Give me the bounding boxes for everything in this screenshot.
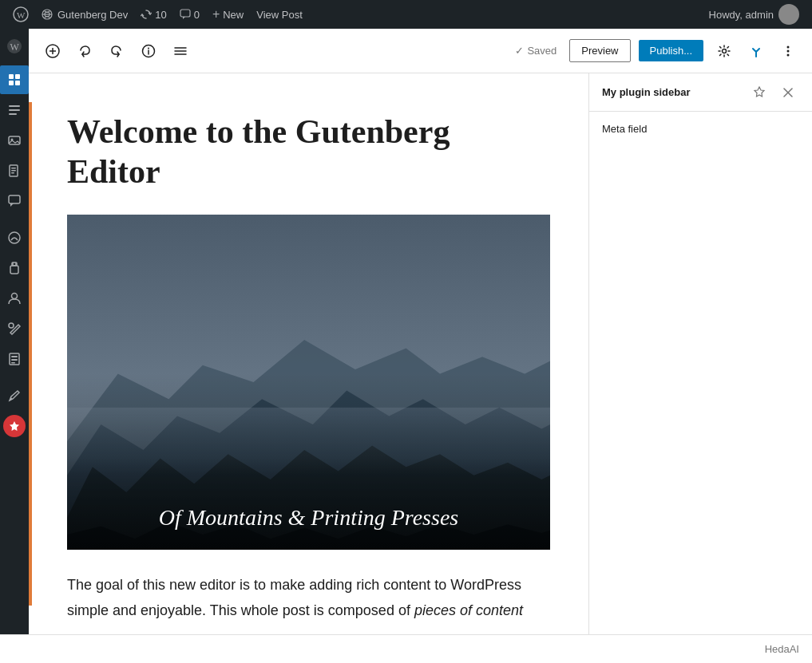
saved-status: ✓ Saved	[505, 45, 566, 57]
svg-rect-30	[11, 356, 18, 357]
sidebar-title: My plugin sidebar	[602, 86, 742, 98]
sidebar-item-highlight[interactable]	[3, 415, 26, 437]
svg-rect-11	[15, 81, 20, 85]
sidebar-item-users[interactable]	[0, 284, 29, 313]
admin-bar-right: Howdy, admin	[703, 4, 806, 25]
svg-point-27	[12, 294, 18, 299]
svg-rect-20	[11, 172, 14, 174]
preview-label: Preview	[581, 45, 618, 57]
view-post-item[interactable]: View Post	[250, 0, 309, 29]
admin-bar: W Gutenberg Dev 10	[0, 0, 812, 29]
new-label: New	[223, 9, 244, 21]
mountain-image: Of Mountains & Printing Presses	[67, 215, 550, 550]
sidebar-close-button[interactable]	[777, 81, 799, 104]
editor-toolbar: ✓ Saved Preview Publish...	[29, 29, 812, 73]
svg-rect-14	[9, 113, 17, 115]
svg-point-44	[723, 49, 727, 53]
updates-item[interactable]: 10	[134, 0, 172, 29]
svg-rect-21	[9, 195, 20, 203]
plugin-sidebar-body: Meta field	[589, 112, 812, 634]
sidebar-wp-logo[interactable]: W	[0, 32, 29, 61]
publish-button[interactable]: Publish...	[639, 40, 703, 61]
site-name-item[interactable]: Gutenberg Dev	[35, 0, 134, 29]
svg-rect-13	[9, 109, 20, 111]
saved-check-icon: ✓	[515, 45, 524, 57]
wp-logo-item[interactable]: W	[6, 0, 35, 29]
editor-content[interactable]: Welcome to the Gutenberg Editor	[29, 73, 588, 634]
preview-button[interactable]: Preview	[569, 39, 630, 62]
view-post-label: View Post	[256, 9, 303, 21]
svg-rect-31	[11, 359, 18, 361]
svg-marker-56	[755, 87, 764, 97]
svg-point-47	[787, 49, 790, 52]
settings-toggle-button[interactable]	[710, 37, 739, 65]
avatar	[778, 4, 799, 25]
new-item[interactable]: + New	[206, 0, 250, 29]
sidebar-item-appearance[interactable]	[0, 223, 29, 252]
editor-inner: Welcome to the Gutenberg Editor	[29, 112, 588, 624]
sidebar-accent-bar	[29, 102, 32, 606]
content-row: W	[0, 29, 812, 634]
saved-label: Saved	[527, 45, 557, 57]
details-button[interactable]	[134, 37, 163, 65]
image-caption: Of Mountains & Printing Presses	[67, 457, 550, 550]
editor-area: Welcome to the Gutenberg Editor	[29, 73, 812, 634]
add-block-button[interactable]	[38, 37, 67, 65]
svg-rect-9	[15, 74, 20, 79]
wp-admin-sidebar: W	[0, 29, 29, 634]
paragraph-italic: pieces of content	[414, 602, 523, 618]
sidebar-pin-button[interactable]	[748, 81, 770, 104]
redo-button[interactable]	[102, 37, 131, 65]
howdy-label: Howdy, admin	[709, 9, 774, 21]
sidebar-item-comments[interactable]	[0, 187, 29, 215]
plugin-sidebar: My plugin sidebar	[588, 73, 812, 634]
svg-rect-12	[9, 105, 20, 107]
sidebar-item-settings[interactable]	[0, 345, 29, 373]
comments-count: 0	[194, 9, 200, 21]
svg-point-40	[148, 47, 149, 49]
svg-point-46	[787, 45, 790, 48]
sidebar-item-posts[interactable]	[0, 96, 29, 124]
footer-credit: HedaAI	[765, 643, 799, 655]
svg-rect-18	[11, 168, 16, 169]
plugin-sidebar-toggle[interactable]	[742, 37, 770, 65]
svg-marker-34	[10, 421, 19, 431]
more-options-button[interactable]	[774, 37, 802, 65]
undo-button[interactable]	[70, 37, 99, 65]
svg-point-28	[9, 323, 14, 328]
post-title[interactable]: Welcome to the Gutenberg Editor	[67, 112, 550, 192]
svg-text:W: W	[10, 41, 20, 53]
image-block[interactable]: Of Mountains & Printing Presses	[67, 215, 550, 550]
editor-section: ✓ Saved Preview Publish...	[29, 29, 812, 634]
svg-rect-5	[180, 10, 190, 17]
svg-rect-15	[9, 136, 20, 144]
site-name-label: Gutenberg Dev	[57, 9, 128, 21]
sidebar-item-pages[interactable]	[0, 156, 29, 185]
sidebar-item-media[interactable]	[0, 126, 29, 155]
list-view-button[interactable]	[166, 37, 195, 65]
update-count: 10	[155, 9, 166, 21]
svg-rect-24	[10, 266, 18, 274]
sidebar-item-tools[interactable]	[0, 314, 29, 343]
meta-field-label: Meta field	[602, 123, 647, 135]
svg-rect-32	[11, 362, 15, 364]
editor-paragraph[interactable]: The goal of this new editor is to make a…	[67, 572, 550, 624]
sidebar-item-editor[interactable]	[0, 65, 29, 94]
plugin-sidebar-inner: My plugin sidebar	[589, 73, 812, 634]
comments-item[interactable]: 0	[173, 0, 206, 29]
plugin-sidebar-header: My plugin sidebar	[589, 73, 812, 112]
svg-text:W: W	[17, 10, 26, 20]
svg-rect-10	[9, 81, 14, 85]
svg-rect-8	[9, 74, 14, 79]
publish-label: Publish...	[650, 45, 692, 57]
svg-point-48	[787, 53, 790, 56]
footer: HedaAI	[0, 634, 812, 663]
svg-rect-19	[11, 170, 16, 172]
howdy-item[interactable]: Howdy, admin	[703, 4, 806, 25]
sidebar-item-draw[interactable]	[0, 381, 29, 410]
sidebar-item-plugins[interactable]	[0, 254, 29, 282]
